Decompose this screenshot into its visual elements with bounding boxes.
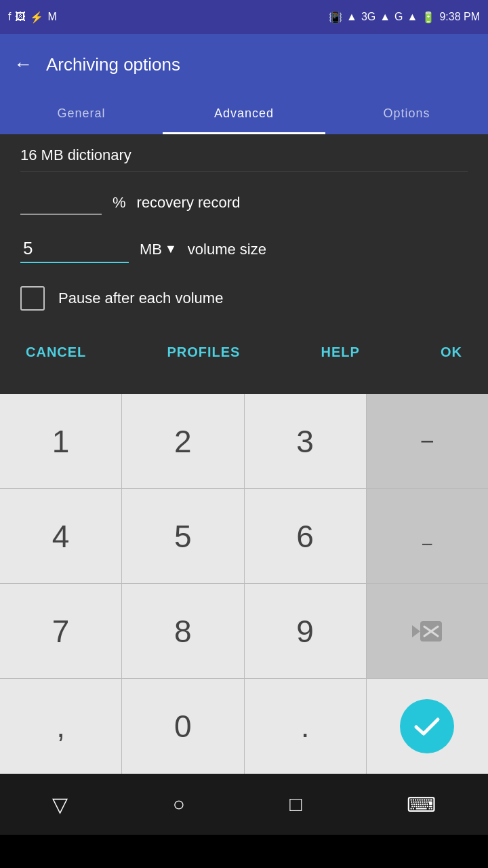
status-right-icons: 📳 ▲ 3G ▲ G ▲ 🔋 9:38 PM (329, 11, 480, 24)
key-comma[interactable]: , (0, 679, 122, 774)
signal-icon: ▲ (380, 11, 390, 23)
key-confirm[interactable] (400, 699, 454, 753)
help-button[interactable]: HELP (316, 338, 365, 367)
gmail-icon: M (47, 11, 56, 23)
svg-marker-1 (412, 625, 420, 637)
app-bar: ← Archiving options (0, 34, 488, 95)
key-1[interactable]: 1 (0, 394, 122, 488)
pause-checkbox-row: Pause after each volume (20, 279, 468, 331)
tab-advanced[interactable]: Advanced (163, 95, 325, 132)
nav-bar: ▽ ○ □ ⌨ (0, 774, 488, 835)
dictionary-size-text: 16 MB dictionary (20, 146, 131, 163)
key-8[interactable]: 8 (122, 584, 244, 678)
keyboard-row-1: 1 2 3 − (0, 394, 488, 489)
main-content: 16 MB dictionary % recovery record MB ▼ … (0, 134, 488, 394)
key-4[interactable]: 4 (0, 489, 122, 583)
key-7[interactable]: 7 (0, 584, 122, 678)
key-5[interactable]: 5 (122, 489, 244, 583)
image-icon: 🖼 (15, 11, 26, 23)
volume-size-label: volume size (188, 241, 266, 258)
profiles-button[interactable]: PROFILES (161, 338, 245, 367)
unit-text: MB (140, 241, 162, 258)
wifi-icon: ▲ (346, 11, 357, 23)
usb-icon: ⚡ (30, 11, 43, 24)
app-title: Archiving options (46, 54, 180, 75)
pause-label: Pause after each volume (58, 290, 223, 307)
volume-size-input[interactable] (20, 235, 129, 263)
recovery-record-row: % recovery record (20, 172, 468, 229)
status-time: 9:38 PM (439, 11, 480, 23)
key-dot[interactable]: . (245, 679, 367, 774)
tab-options[interactable]: Options (325, 95, 488, 132)
nav-recent-icon[interactable]: □ (289, 793, 302, 816)
key-space[interactable]: ⎯ (367, 489, 488, 583)
key-2[interactable]: 2 (122, 394, 244, 488)
key-9[interactable]: 9 (245, 584, 367, 678)
unit-select[interactable]: MB ▼ (140, 241, 177, 258)
percent-label: % (113, 194, 126, 212)
key-minus[interactable]: − (367, 394, 488, 488)
tabs: General Advanced Options (0, 95, 488, 134)
status-bar: f 🖼 ⚡ M 📳 ▲ 3G ▲ G ▲ 🔋 9:38 PM (0, 0, 488, 34)
recovery-record-input[interactable] (20, 191, 102, 215)
volume-size-row: MB ▼ volume size (20, 229, 468, 279)
network-3g-label: 3G (361, 11, 375, 23)
facebook-icon: f (8, 11, 11, 23)
partial-dictionary-row: 16 MB dictionary (20, 134, 468, 172)
key-6[interactable]: 6 (245, 489, 367, 583)
carrier-g-icon: G (394, 11, 403, 23)
dropdown-arrow-icon: ▼ (165, 242, 177, 256)
back-button[interactable]: ← (14, 54, 33, 75)
tab-general[interactable]: General (0, 95, 163, 132)
pause-checkbox[interactable] (20, 286, 45, 311)
ok-button[interactable]: OK (435, 338, 468, 367)
signal2-icon: ▲ (407, 11, 418, 23)
recovery-record-label: recovery record (137, 194, 241, 212)
nav-keyboard-icon[interactable]: ⌨ (407, 793, 436, 816)
nav-home-icon[interactable]: ○ (173, 793, 185, 816)
cancel-button[interactable]: CANCEL (20, 338, 92, 367)
key-0[interactable]: 0 (122, 679, 244, 774)
keyboard-row-3: 7 8 9 (0, 584, 488, 679)
battery-icon: 🔋 (422, 11, 435, 24)
keyboard-row-4: , 0 . (0, 679, 488, 774)
key-3[interactable]: 3 (245, 394, 367, 488)
keyboard-row-2: 4 5 6 ⎯ (0, 489, 488, 584)
keyboard: 1 2 3 − 4 5 6 ⎯ 7 8 9 , 0 . (0, 394, 488, 774)
action-buttons: CANCEL PROFILES HELP OK (20, 331, 468, 380)
key-backspace[interactable] (367, 584, 488, 678)
key-confirm-container (367, 679, 488, 774)
status-left-icons: f 🖼 ⚡ M (8, 11, 57, 24)
nav-back-icon[interactable]: ▽ (52, 793, 68, 816)
vibrate-icon: 📳 (329, 11, 342, 24)
